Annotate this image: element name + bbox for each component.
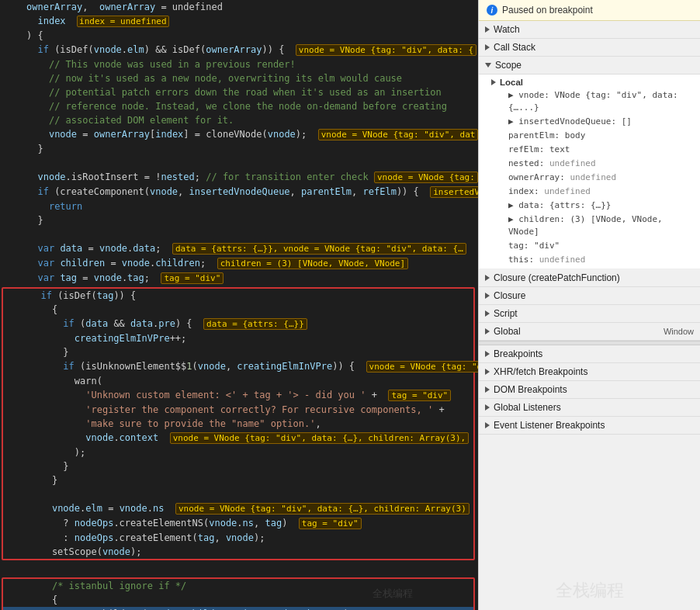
global-chevron-icon [485,328,490,334]
scope-chevron-icon [485,63,491,68]
scope-this: this: undefined [479,253,700,267]
code-line [0,562,478,576]
debug-panel: i Paused on breakpoint Watch Call Stack … [478,0,700,610]
xhr-chevron-icon [485,369,490,375]
scope-ownerarray: ownerArray: undefined [479,171,700,185]
code-line: vnode.context vnode = VNode {tag: "div",… [3,431,473,445]
debug-watermark-area: 全栈编程 [479,435,700,610]
script-label: Script [494,308,518,319]
event-listeners-chevron-icon [485,422,490,428]
code-line: } [3,459,473,473]
closure-chevron-icon [485,293,490,299]
code-line: { [3,303,473,317]
scope-section-header[interactable]: Scope [479,57,700,75]
code-line: } [0,142,478,156]
code-line: // This vnode was used in a previous ren… [0,57,478,71]
dom-label: DOM Breakpoints [494,384,567,395]
local-group-header[interactable]: Local [479,76,700,88]
debug-watermark: 全栈编程 [556,579,624,602]
global-header[interactable]: Global Window [479,323,700,341]
code-line: ); [3,445,473,459]
code-line: /* istanbul ignore if */ [3,579,473,593]
code-line: vnode.isRootInsert = !nested; // for tra… [0,170,478,185]
paused-banner: i Paused on breakpoint [479,0,700,21]
call-stack-label: Call Stack [494,42,535,53]
local-label: Local [500,78,523,87]
code-line: creatingElmInVPre++; [3,331,473,345]
watch-chevron-icon [485,26,490,33]
closure-label: Closure [494,290,525,301]
code-line: } [3,473,473,487]
code-line: var data = vnode.data; data = {attrs: {…… [0,241,478,256]
scope-refelm: refElm: text [479,143,700,157]
code-line: 'Unknown custom element: <' + tag + '> -… [3,388,473,403]
code-line: // associated DOM element for it. [0,113,478,127]
code-line: if (data && data.pre) { data = {attrs: {… [3,317,473,331]
code-line: var children = vnode.children; children … [0,256,478,271]
scope-children[interactable]: ▶ children: (3) [VNode, VNode, VNode] [479,213,700,239]
code-line: if (createComponent(vnode, insertedVnode… [0,185,478,199]
code-line-highlighted: createChildren(vnode, children, inserted… [3,607,473,610]
scope-content: Local ▶ vnode: VNode {tag: "div", data: … [479,75,700,269]
code-line: // reference node. Instead, we clone the… [0,99,478,113]
scope-nested: nested: undefined [479,157,700,171]
breakpoints-label: Breakpoints [494,348,542,359]
scope-vnode[interactable]: ▶ vnode: VNode {tag: "div", data: {…...} [479,88,700,115]
code-line: { [3,593,473,607]
paused-label: Paused on breakpoint [502,5,593,16]
watch-section-header[interactable]: Watch [479,21,700,39]
code-line: vnode.elm = vnode.ns vnode = VNode {tag:… [3,501,473,516]
xhr-breakpoints-header[interactable]: XHR/fetch Breakpoints [479,363,700,381]
closure-patch-chevron-icon [485,275,490,281]
global-listeners-chevron-icon [485,404,490,411]
breakpoints-header[interactable]: Breakpoints [479,345,700,363]
global-value: Window [664,327,694,336]
code-line: if (isDef(vnode.elm) && isDef(ownerArray… [0,43,478,57]
code-line: ) { [0,29,478,43]
code-line: return [0,199,478,213]
scope-label: Scope [495,60,522,71]
scope-parentelm: parentElm: body [479,129,700,143]
code-line: // potential patch errors down the road … [0,85,478,99]
scope-tag: tag: "div" [479,239,700,253]
code-line: vnode = ownerArray[index] = cloneVNode(v… [0,127,478,142]
code-line [0,227,478,241]
code-editor[interactable]: ownerArray, ownerArray = undefined index… [0,0,478,610]
closure-patch-label: Closure (createPatchFunction) [494,272,620,283]
code-line: } [0,213,478,227]
code-line: index index = undefined [0,14,478,29]
code-line: } [3,345,473,359]
script-header[interactable]: Script [479,305,700,323]
code-line [3,487,473,501]
global-listeners-header[interactable]: Global Listeners [479,399,700,417]
breakpoints-chevron-icon [485,351,490,357]
info-icon: i [487,5,497,16]
scope-data[interactable]: ▶ data: {attrs: {…}} [479,199,700,213]
call-stack-chevron-icon [485,44,490,50]
scope-insertedvnodequeue[interactable]: ▶ insertedVnodeQueue: [] [479,115,700,129]
code-line: if (isDef(tag)) { [3,289,473,303]
code-line: setScope(vnode); [3,545,473,559]
watch-label: Watch [494,24,520,35]
scope-index: index: undefined [479,185,700,199]
code-line: 'make sure to provide the "name" option.… [3,417,473,431]
code-line: warn( [3,374,473,388]
event-listeners-header[interactable]: Event Listener Breakpoints [479,417,700,435]
code-line: // now it's used as a new node, overwrit… [0,71,478,85]
closure-patch-header[interactable]: Closure (createPatchFunction) [479,269,700,287]
dom-breakpoints-header[interactable]: DOM Breakpoints [479,381,700,399]
code-line: ? nodeOps.createElementNS(vnode.ns, tag)… [3,516,473,531]
global-label: Global [494,326,521,337]
closure-header[interactable]: Closure [479,287,700,305]
code-line: 'register the component correctly? For r… [3,403,473,417]
event-listeners-label: Event Listener Breakpoints [494,420,605,431]
global-listeners-label: Global Listeners [494,402,561,413]
code-line: ownerArray, ownerArray = undefined [0,0,478,14]
dom-chevron-icon [485,386,490,393]
script-chevron-icon [485,310,490,317]
code-line: var tag = vnode.tag; tag = "div" [0,271,478,286]
xhr-label: XHR/fetch Breakpoints [494,366,587,377]
call-stack-section-header[interactable]: Call Stack [479,39,700,57]
code-line: : nodeOps.createElement(tag, vnode); [3,531,473,545]
local-chevron-icon [491,79,496,85]
